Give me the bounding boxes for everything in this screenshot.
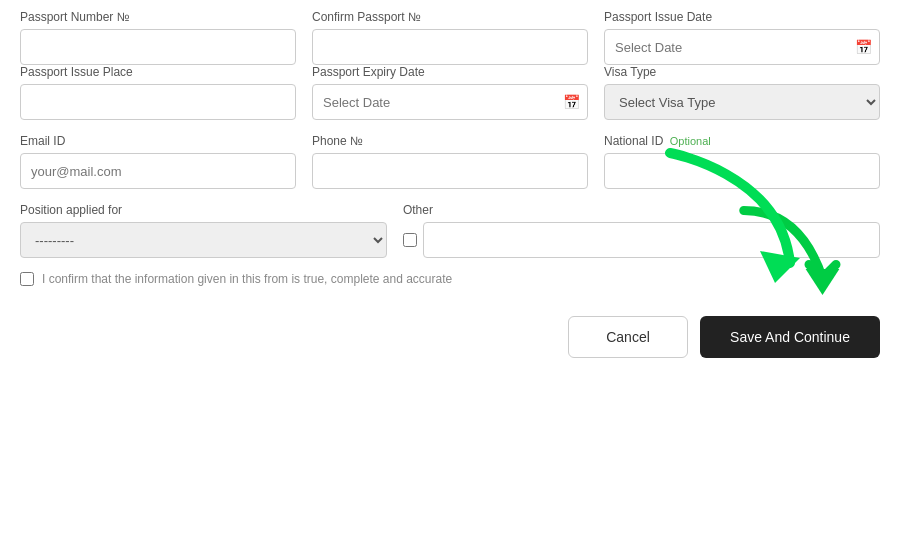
confirm-row: I confirm that the information given in … (20, 272, 880, 286)
national-id-label: National ID Optional (604, 134, 880, 148)
other-group: Other (403, 203, 880, 258)
passport-expiry-date-group: Passport Expiry Date 📅 (312, 65, 588, 120)
confirm-passport-label: Confirm Passport № (312, 10, 588, 24)
visa-type-group: Visa Type Select Visa Type (604, 65, 880, 120)
email-label: Email ID (20, 134, 296, 148)
contact-row: Email ID Phone № National ID Optional (20, 134, 880, 189)
passport-issue-place-input[interactable] (20, 84, 296, 120)
national-id-group: National ID Optional (604, 134, 880, 189)
phone-group: Phone № (312, 134, 588, 189)
other-checkbox[interactable] (403, 233, 417, 247)
passport-issue-date-label: Passport Issue Date (604, 10, 880, 24)
page-wrapper: Passport Number № Confirm Passport № Pas… (0, 0, 900, 544)
email-input[interactable] (20, 153, 296, 189)
position-group: Position applied for --------- (20, 203, 387, 258)
phone-input[interactable] (312, 153, 588, 189)
visa-type-label: Visa Type (604, 65, 880, 79)
position-label: Position applied for (20, 203, 387, 217)
other-text-input[interactable] (423, 222, 880, 258)
passport-expiry-date-wrapper: 📅 (312, 84, 588, 120)
passport-number-label: Passport Number № (20, 10, 296, 24)
passport-issue-place-group: Passport Issue Place (20, 65, 296, 120)
passport-issue-date-wrapper: 📅 (604, 29, 880, 65)
passport-row-2: Passport Issue Place Passport Expiry Dat… (20, 65, 880, 120)
passport-expiry-date-label: Passport Expiry Date (312, 65, 588, 79)
other-input-row (403, 222, 880, 258)
passport-number-group: Passport Number № (20, 10, 296, 65)
cancel-button[interactable]: Cancel (568, 316, 688, 358)
save-continue-button[interactable]: Save And Continue (700, 316, 880, 358)
phone-label: Phone № (312, 134, 588, 148)
passport-number-input[interactable] (20, 29, 296, 65)
confirm-passport-input[interactable] (312, 29, 588, 65)
passport-issue-date-group: Passport Issue Date 📅 (604, 10, 880, 65)
email-group: Email ID (20, 134, 296, 189)
other-label: Other (403, 203, 880, 217)
passport-expiry-date-input[interactable] (312, 84, 588, 120)
position-row: Position applied for --------- Other (20, 203, 880, 258)
confirm-passport-group: Confirm Passport № (312, 10, 588, 65)
bottom-buttons: Cancel Save And Continue (20, 316, 880, 358)
confirm-checkbox[interactable] (20, 272, 34, 286)
visa-type-select[interactable]: Select Visa Type (604, 84, 880, 120)
passport-issue-date-input[interactable] (604, 29, 880, 65)
optional-badge: Optional (670, 135, 711, 147)
position-select[interactable]: --------- (20, 222, 387, 258)
confirm-label: I confirm that the information given in … (42, 272, 452, 286)
national-id-input[interactable] (604, 153, 880, 189)
passport-issue-place-label: Passport Issue Place (20, 65, 296, 79)
passport-row-1: Passport Number № Confirm Passport № Pas… (20, 10, 880, 65)
